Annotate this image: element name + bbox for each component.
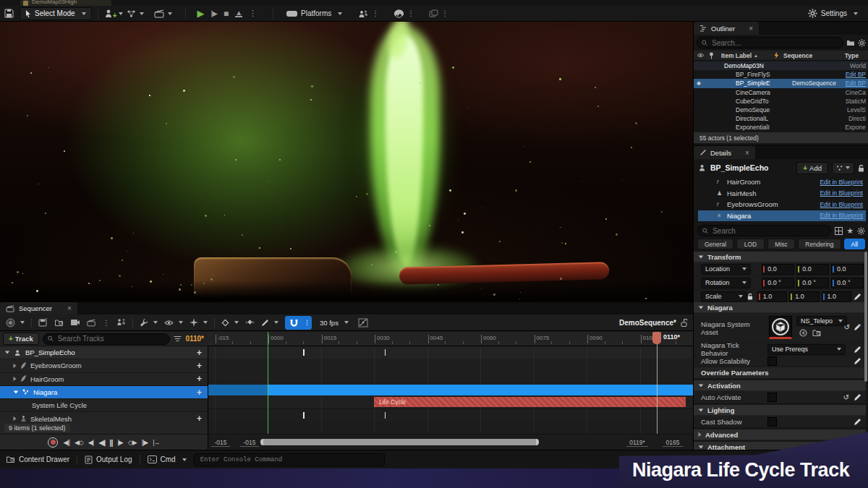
eye-icon[interactable]	[697, 53, 705, 58]
next-keyframe-button[interactable]: ◇▶	[128, 439, 137, 446]
pause-button[interactable]: ||	[109, 438, 112, 447]
loop-mode-button[interactable]: |→	[153, 439, 159, 446]
frame-back-button[interactable]: ◀|	[88, 439, 93, 446]
override-parameters-row[interactable]: Override Parameters	[694, 367, 866, 379]
reset-to-default-icon[interactable]	[854, 357, 861, 365]
settings-dropdown[interactable]: Settings	[808, 9, 858, 18]
niagara-section-bar[interactable]	[268, 385, 693, 395]
collapse-icon[interactable]	[5, 351, 9, 354]
play-reverse-button[interactable]: ◀	[98, 437, 104, 448]
content-drawer-button[interactable]: Content Drawer	[6, 455, 69, 463]
outliner-row[interactable]: ExponentialIExpone	[694, 123, 868, 132]
add-section-button[interactable]: +	[197, 388, 202, 398]
outliner-row[interactable]: ◉BP_SimpleEDemoSequenceEdit BP	[694, 79, 868, 87]
keyframe-marker[interactable]	[303, 412, 305, 419]
snap-options-icon[interactable]: ⋮	[302, 316, 312, 330]
timeline-scrollbar[interactable]	[260, 439, 539, 445]
add-section-button[interactable]: +	[197, 374, 202, 384]
scale-lock-icon[interactable]	[747, 293, 757, 300]
bind-actors-icon[interactable]	[116, 318, 126, 327]
outliner-search-input[interactable]	[697, 37, 843, 48]
save-icon[interactable]	[4, 9, 14, 18]
edit-in-blueprint-link[interactable]: Edit in Blueprint	[820, 189, 863, 197]
rotation-dropdown[interactable]: Rotation	[701, 278, 751, 288]
browse-asset-icon[interactable]	[812, 329, 821, 337]
working-range-end-field[interactable]: 0165	[663, 439, 683, 447]
column-sequence[interactable]: Sequence	[783, 52, 812, 59]
outliner-row[interactable]: CubeGridToStaticM	[694, 97, 868, 106]
add-actor-icon[interactable]: +	[104, 9, 115, 18]
section-transform[interactable]: Transform	[694, 252, 866, 262]
location-dropdown[interactable]: Location	[701, 264, 751, 275]
life-cycle-section-bar[interactable]: Life Cycle	[374, 397, 686, 407]
view-range-end-field[interactable]: 0119*	[626, 439, 648, 447]
select-mode-dropdown[interactable]: Select Mode	[20, 7, 92, 20]
gear-icon[interactable]	[858, 39, 866, 47]
location-x-field[interactable]: 0.0	[762, 264, 794, 275]
column-type[interactable]: Type	[845, 52, 859, 59]
rotation-y-field[interactable]: 0.0 °	[796, 278, 829, 288]
scale-x-field[interactable]: 1.0	[757, 291, 787, 302]
new-folder-icon[interactable]	[846, 39, 855, 46]
sequencer-track-system-life-cycle[interactable]: System Life Cycle	[0, 399, 208, 412]
close-icon[interactable]: ×	[745, 149, 749, 157]
niagara-asset-thumbnail[interactable]	[769, 316, 792, 339]
sequencer-track-bp-simpleecho[interactable]: BP_SimpleEcho+	[0, 346, 208, 359]
filter-chip-all[interactable]: All	[844, 239, 865, 249]
rotation-z-field[interactable]: 0.0 °	[831, 278, 864, 288]
camera-icon[interactable]	[70, 319, 80, 326]
current-frame-field[interactable]: 0110*	[185, 335, 204, 343]
sequencer-camera-dropdown[interactable]	[6, 318, 25, 328]
filter-icon[interactable]	[174, 335, 182, 343]
outliner-row[interactable]: DemoSequeLevelS	[694, 106, 868, 114]
browse-sequence-icon[interactable]	[54, 319, 64, 327]
sequencer-track-niagara[interactable]: Niagara+	[0, 386, 208, 399]
cast-shadow-checkbox[interactable]	[767, 417, 777, 427]
frame-forward-button[interactable]: |▶	[118, 439, 123, 446]
keyframe-options-dropdown[interactable]	[221, 319, 239, 327]
filter-chip-misc[interactable]: Misc	[767, 239, 796, 249]
multi-user-icon[interactable]	[358, 9, 369, 18]
output-log-button[interactable]: Output Log	[85, 455, 132, 464]
filter-chip-lod[interactable]: LOD	[736, 239, 765, 249]
multi-user-options-icon[interactable]: ⋮	[372, 9, 379, 17]
close-icon[interactable]: ×	[67, 304, 72, 312]
timeline-area[interactable]: -01500000015003000450060007500900105 Lif…	[208, 332, 693, 434]
outliner-row[interactable]: DemoMap03NWorld	[694, 61, 868, 70]
timeline-ruler[interactable]: -01500000015003000450060007500900105	[208, 332, 693, 346]
edit-in-blueprint-link[interactable]: Edit in Blueprint	[820, 179, 863, 186]
visibility-eye-icon[interactable]: ◉	[697, 80, 705, 86]
sequencer-track-hairgroom[interactable]: HairGroom+	[0, 373, 208, 386]
edit-in-blueprint-link[interactable]: Edit in Blueprint	[820, 212, 863, 219]
component-row[interactable]: ✳NiagaraEdit in Blueprint	[698, 210, 866, 222]
niagara-asset-dropdown[interactable]: NS_Telepo	[796, 316, 847, 326]
section-activation[interactable]: Activation	[694, 380, 866, 391]
playback-options-icon[interactable]: ⋮	[249, 9, 257, 18]
viewport[interactable]	[0, 22, 693, 302]
view-options-dropdown[interactable]	[164, 320, 183, 326]
stop-button[interactable]: ■	[224, 9, 229, 19]
blueprint-edit-dropdown[interactable]	[832, 162, 854, 174]
add-track-button[interactable]: + Track	[3, 333, 39, 345]
collapse-icon[interactable]	[14, 391, 18, 394]
previous-keyframe-button[interactable]: ◀◇	[75, 439, 83, 446]
edit-options-dropdown[interactable]	[261, 319, 278, 327]
expand-icon[interactable]	[14, 416, 17, 421]
tab-sequencer[interactable]: Sequencer ×	[0, 302, 77, 314]
blueprints-icon[interactable]	[127, 9, 137, 18]
unlock-icon[interactable]	[681, 319, 687, 327]
playback-options-dropdown[interactable]	[140, 318, 158, 327]
reset-icon[interactable]: ↺	[844, 323, 850, 331]
location-z-field[interactable]: 0.0	[831, 264, 864, 275]
view-range-start-field[interactable]: -015	[240, 439, 259, 447]
play-button[interactable]: ▶	[197, 8, 205, 19]
simulate-options-dropdown[interactable]	[190, 318, 208, 327]
auto-activate-checkbox[interactable]	[767, 393, 777, 402]
record-button[interactable]	[48, 437, 58, 448]
tab-level[interactable]: DemoMap03High	[20, 0, 111, 6]
search-tracks-input[interactable]	[43, 333, 171, 345]
tick-behavior-dropdown[interactable]: Use Prereqs	[767, 344, 846, 355]
tab-outliner[interactable]: Outliner ×	[694, 22, 759, 35]
expand-icon[interactable]	[14, 364, 17, 368]
component-row[interactable]: 𝑓EyebrowsGroomEdit in Blueprint	[698, 199, 866, 210]
